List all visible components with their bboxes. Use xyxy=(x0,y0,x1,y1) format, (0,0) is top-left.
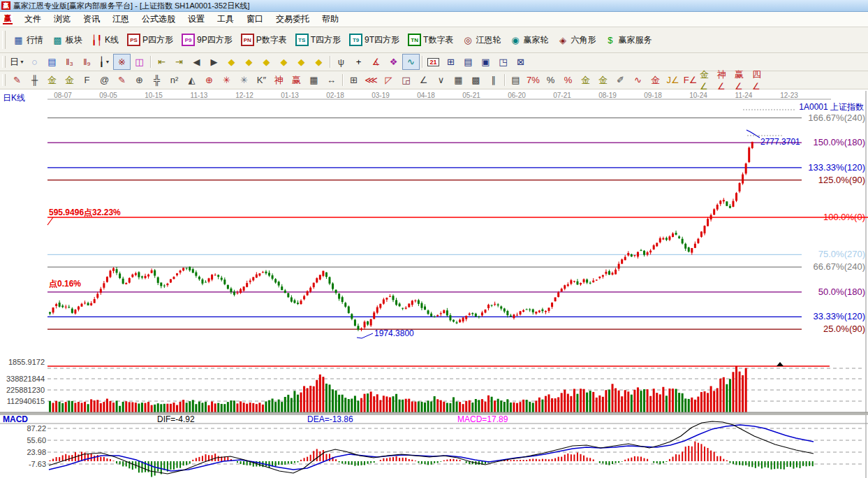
draw-pen-2-button[interactable]: ✎ xyxy=(113,72,131,88)
measure-tool-button[interactable]: ∡ xyxy=(367,54,385,70)
gold-ratio-lines-button[interactable]: 金 xyxy=(43,72,61,88)
radial-rays-button[interactable]: ✳ xyxy=(218,72,235,88)
mini-chart-3-button[interactable]: ǁ₃ xyxy=(61,54,78,70)
kline-chart-button[interactable]: ╽╿K线 xyxy=(87,32,123,48)
page-prev-button[interactable]: ◀ xyxy=(188,54,205,70)
box-measure-button[interactable]: ⊞ xyxy=(345,72,362,88)
wave-marker-button[interactable]: ∿ xyxy=(629,72,647,88)
gold-angle-button[interactable]: 金∠ xyxy=(699,72,716,88)
shen-angle-button[interactable]: 神∠ xyxy=(716,72,734,88)
square-grid-2-button[interactable]: ▩ xyxy=(467,72,485,88)
percent-button[interactable]: % xyxy=(542,72,559,88)
stat-table-button[interactable]: ▤ xyxy=(507,72,524,88)
wave-tool-button[interactable]: ∿ xyxy=(402,54,420,70)
t-number-table-button[interactable]: TNT数字表 xyxy=(404,31,457,48)
percent-lines-button[interactable]: % xyxy=(559,72,577,88)
grid-ruler-button[interactable]: ╫ xyxy=(26,72,43,88)
jump-first-button[interactable]: ⇤ xyxy=(153,54,170,70)
winner-wheel-button[interactable]: ◉赢家轮 xyxy=(505,32,552,48)
gann-diamond-prev-button[interactable]: ◆ xyxy=(223,54,240,70)
gold-red-lines-button[interactable]: 金 xyxy=(647,72,664,88)
candle-pen-button[interactable]: ✐ xyxy=(612,72,629,88)
save-as-button[interactable]: ◳ xyxy=(494,54,512,70)
color-volume-button[interactable]: ◫ xyxy=(131,54,148,70)
service-delivery-button[interactable]: ⊠ xyxy=(512,54,529,70)
j-angle-button[interactable]: J∠ xyxy=(664,72,682,88)
fibonacci-lines-button[interactable]: F xyxy=(78,72,96,88)
crosshair-tool-button[interactable]: + xyxy=(350,54,367,70)
k-quote-button[interactable]: K″ xyxy=(253,72,270,88)
save-button[interactable]: ▣ xyxy=(477,54,494,70)
gold-circle-button[interactable]: 金 xyxy=(577,72,594,88)
horizontal-span-button[interactable]: ↔ xyxy=(323,72,340,88)
pattern-mode-button[interactable]: ※ xyxy=(113,54,131,70)
v-lines-button[interactable]: ∨ xyxy=(432,72,450,88)
menu-item-7[interactable]: 窗口 xyxy=(240,12,270,27)
zoom-area-button[interactable]: ◌ xyxy=(26,54,43,70)
menu-item-5[interactable]: 设置 xyxy=(182,12,211,27)
toolbar-grip[interactable] xyxy=(2,56,6,68)
mini-chart-9-button[interactable]: ǁ₉ xyxy=(78,54,96,70)
winner-service-button[interactable]: $赢家服务 xyxy=(600,32,656,48)
ray-fan-button[interactable]: ⋘ xyxy=(362,72,380,88)
parallel-lines-button[interactable]: ∥ xyxy=(485,72,502,88)
menu-item-1[interactable]: 浏览 xyxy=(47,12,77,27)
n-square-button[interactable]: n² xyxy=(165,72,183,88)
page-next-button[interactable]: ▶ xyxy=(205,54,223,70)
menu-item-3[interactable]: 江恩 xyxy=(106,12,135,27)
period-day-button[interactable]: 日▼ xyxy=(8,54,26,70)
f-angle-button[interactable]: F∠ xyxy=(682,72,699,88)
angle-line-button[interactable]: ∠ xyxy=(415,72,432,88)
radial-box-button[interactable]: ◲ xyxy=(397,72,415,88)
gann-diamond-all-button[interactable]: ◆ xyxy=(310,54,328,70)
title-bar[interactable]: 赢 赢家江恩专业版[赢家内部服务平台] - [上证指数 SH1A0001-352… xyxy=(0,0,868,12)
gann-grid-button[interactable]: ╬ xyxy=(148,72,165,88)
market-quotes-button[interactable]: ▦行情 xyxy=(8,32,47,48)
price-grid-123-button[interactable]: ▦ xyxy=(305,72,323,88)
ying-tool-button[interactable]: 赢 xyxy=(288,72,305,88)
hand-tool-button[interactable]: ψ xyxy=(332,54,350,70)
calculator-button[interactable]: ⊞ xyxy=(442,54,459,70)
menu-item-4[interactable]: 公式选股 xyxy=(135,12,182,27)
gann-shape-tool-button[interactable]: ❖ xyxy=(385,54,402,70)
gann-diamond-center-button[interactable]: ◆ xyxy=(293,54,310,70)
gold-ratio-bands-button[interactable]: 金 xyxy=(61,72,78,88)
hexagon-button[interactable]: ◈六角形 xyxy=(552,32,600,48)
calendar-button[interactable]: 21 xyxy=(425,54,442,70)
angle-ruler-button[interactable]: ◭ xyxy=(183,72,200,88)
shen-tool-button[interactable]: 神 xyxy=(270,72,288,88)
crosshair-target-button[interactable]: ⊕ xyxy=(200,72,218,88)
draw-pen-button[interactable]: ✎ xyxy=(8,72,26,88)
t-square-button[interactable]: TST四方形 xyxy=(291,31,345,48)
p-square-button[interactable]: PSP四方形 xyxy=(123,31,177,48)
chart-area[interactable]: 08-0709-0510-1511-1312-1201-1302-1803-19… xyxy=(0,89,868,478)
chart-plot-svg[interactable] xyxy=(0,89,868,478)
percent-7-button[interactable]: 7% xyxy=(524,72,542,88)
radial-grid-button[interactable]: ✳ xyxy=(235,72,253,88)
gann-wheel-button[interactable]: ◎江恩轮 xyxy=(457,32,505,48)
jump-last-button[interactable]: ⇥ xyxy=(170,54,188,70)
gann-diamond-compress-button[interactable]: ◆ xyxy=(275,54,293,70)
info-panel-button[interactable]: ▤ xyxy=(43,54,61,70)
toolbar-grip[interactable] xyxy=(2,31,6,48)
gann-diamond-expand-button[interactable]: ◆ xyxy=(258,54,275,70)
si-angle-button[interactable]: 四∠ xyxy=(751,72,769,88)
menu-item-9[interactable]: 帮助 xyxy=(316,12,345,27)
candle-style-button[interactable]: ╽▼ xyxy=(96,54,113,70)
menu-item-2[interactable]: 资讯 xyxy=(77,12,106,27)
t9-square-button[interactable]: T99T四方形 xyxy=(345,31,404,48)
macd-panel-label[interactable]: MACD xyxy=(3,414,28,424)
square-grid-button[interactable]: ▦ xyxy=(450,72,467,88)
gann-diamond-next-button[interactable]: ◆ xyxy=(240,54,258,70)
gann-circle-button[interactable]: ⊕ xyxy=(131,72,148,88)
ying-angle-button[interactable]: 赢∠ xyxy=(734,72,751,88)
menu-item-6[interactable]: 工具 xyxy=(211,12,240,27)
spiral-tool-button[interactable]: @ xyxy=(96,72,113,88)
sector-blocks-button[interactable]: ▩板块 xyxy=(47,32,87,48)
p9-square-button[interactable]: P99P四方形 xyxy=(177,31,237,48)
notes-button[interactable]: ▤ xyxy=(459,54,477,70)
box-fan-button[interactable]: ◸ xyxy=(380,72,397,88)
p-number-table-button[interactable]: PNP数字表 xyxy=(237,31,291,48)
toolbar-grip[interactable] xyxy=(2,74,6,87)
gold-level-lines-button[interactable]: 金 xyxy=(594,72,612,88)
